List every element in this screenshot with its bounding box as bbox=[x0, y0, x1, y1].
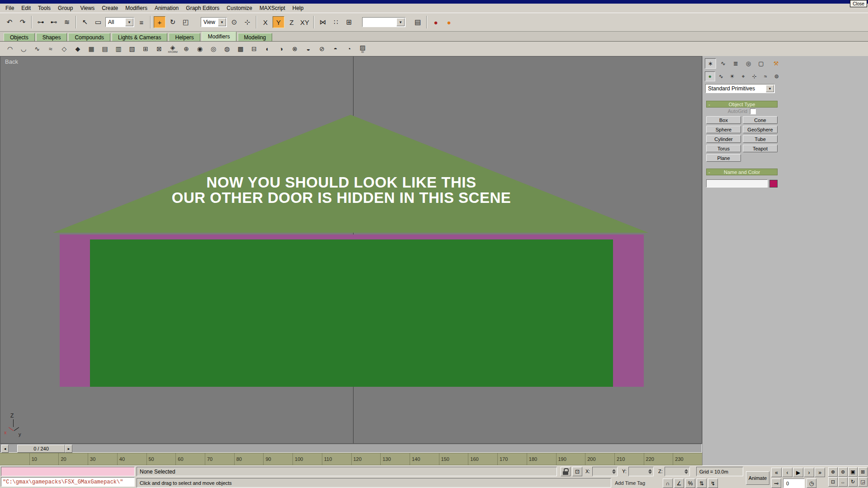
animate-button[interactable]: Animate bbox=[746, 471, 769, 485]
layer-manager-icon[interactable]: ▤ bbox=[412, 16, 424, 28]
modifier-button-17[interactable]: ◍ bbox=[221, 43, 233, 55]
menu-help[interactable]: Help bbox=[289, 4, 307, 12]
helpers-category-icon[interactable]: ⊹ bbox=[749, 71, 760, 81]
object-type-rollout-header[interactable]: - Object Type bbox=[706, 101, 778, 108]
modifier-button-1[interactable]: ◠ bbox=[4, 43, 16, 55]
previous-frame-button[interactable]: ‹ bbox=[782, 468, 793, 477]
zoom-extents-icon[interactable]: ▣ bbox=[848, 467, 858, 477]
tab-modifiers[interactable]: Modifiers bbox=[202, 32, 236, 41]
hierarchy-tab-icon[interactable]: ≣ bbox=[730, 58, 741, 69]
zoom-all-icon[interactable]: ⊛ bbox=[838, 467, 848, 477]
torus-button[interactable]: Torus bbox=[706, 145, 741, 152]
menu-views[interactable]: Views bbox=[76, 4, 98, 12]
menu-graph-editors[interactable]: Graph Editors bbox=[182, 4, 223, 12]
modifier-button-6[interactable]: ◆ bbox=[71, 43, 84, 55]
angle-snap-icon[interactable]: ∠ bbox=[674, 479, 684, 488]
select-and-scale-icon[interactable]: ◰ bbox=[180, 16, 192, 28]
name-color-rollout-header[interactable]: - Name and Color bbox=[706, 169, 778, 175]
door-object[interactable] bbox=[90, 239, 613, 387]
select-and-link-icon[interactable]: ⊶ bbox=[35, 16, 47, 28]
next-frame-button[interactable]: › bbox=[804, 468, 814, 477]
track-bar[interactable]: 1020304050607080901001101201301401501601… bbox=[0, 453, 702, 465]
render-scene-icon[interactable]: ● bbox=[430, 16, 442, 28]
tab-objects[interactable]: Objects bbox=[4, 33, 35, 41]
axis-constraint-xy[interactable]: XY bbox=[299, 16, 311, 28]
modifier-button-12[interactable]: ⊠ bbox=[153, 43, 165, 55]
zoom-icon[interactable]: ⊕ bbox=[828, 467, 838, 477]
dropdown-arrow-icon[interactable]: ▼ bbox=[125, 18, 133, 26]
modifier-button-13[interactable]: ◈XFORM bbox=[166, 43, 179, 55]
listener-input-field[interactable] bbox=[1, 467, 135, 476]
tube-button[interactable]: Tube bbox=[743, 135, 778, 143]
axis-constraint-z[interactable]: Z bbox=[286, 16, 297, 28]
tab-lights-cameras[interactable]: Lights & Cameras bbox=[112, 33, 167, 41]
modifier-button-18[interactable]: ▩ bbox=[234, 43, 247, 55]
selection-region-icon[interactable]: ▭ bbox=[92, 16, 104, 28]
time-slider-handle[interactable]: 0 / 240 bbox=[17, 445, 65, 453]
named-selection-dropdown[interactable]: ▼ bbox=[362, 17, 406, 27]
modifier-button-25[interactable]: ◓ bbox=[329, 43, 342, 55]
dropdown-arrow-icon[interactable]: ▼ bbox=[396, 18, 405, 26]
spacewarps-category-icon[interactable]: ≈ bbox=[760, 71, 771, 81]
unlink-selection-icon[interactable]: ⊷ bbox=[48, 16, 60, 28]
modifier-button-10[interactable]: ▧ bbox=[126, 43, 138, 55]
modifier-button-27[interactable]: ▨ID bbox=[356, 43, 369, 55]
zoom-extents-all-icon[interactable]: ⊞ bbox=[858, 467, 868, 477]
modifier-button-16[interactable]: ◎ bbox=[207, 43, 220, 55]
object-name-input[interactable] bbox=[706, 179, 768, 188]
percent-snap-icon[interactable]: % bbox=[685, 479, 695, 488]
time-slider-track[interactable]: ◂ 0 / 240 ▸ bbox=[0, 444, 702, 453]
go-to-start-button[interactable]: « bbox=[771, 468, 782, 477]
menu-animation[interactable]: Animation bbox=[151, 4, 182, 12]
x-coordinate-field[interactable] bbox=[592, 467, 618, 476]
object-color-swatch[interactable] bbox=[769, 180, 778, 188]
array-icon[interactable]: ∷ bbox=[330, 16, 342, 28]
zoom-region-icon[interactable]: ⊡ bbox=[828, 477, 838, 487]
modifier-button-19[interactable]: ⊟ bbox=[248, 43, 260, 55]
viewport-back[interactable]: NOW YOU SHOULD LOOK LIKE THIS OUR OTHER … bbox=[0, 56, 702, 444]
modifier-button-8[interactable]: ▤ bbox=[99, 43, 111, 55]
snaps-toggle-icon[interactable]: ∩ bbox=[663, 479, 673, 488]
geosphere-button[interactable]: GeoSphere bbox=[743, 126, 778, 133]
listener-output-field[interactable]: "C:\gmax\gamepacks\FSX_GMaxGamepack\" bbox=[1, 477, 135, 487]
tab-modeling[interactable]: Modeling bbox=[238, 33, 273, 41]
select-object-icon[interactable]: ↖ bbox=[79, 16, 91, 28]
modify-tab-icon[interactable]: ∿ bbox=[717, 58, 729, 69]
axis-constraint-x[interactable]: X bbox=[259, 16, 271, 28]
lights-category-icon[interactable]: ☀ bbox=[727, 71, 737, 81]
teapot-button[interactable]: Teapot bbox=[743, 145, 778, 152]
sphere-button[interactable]: Sphere bbox=[706, 126, 741, 133]
pan-icon[interactable]: ⇔ bbox=[838, 477, 848, 487]
spinner-snap-icon[interactable]: ⇅ bbox=[697, 479, 707, 488]
arc-rotate-icon[interactable]: ↻ bbox=[848, 477, 858, 487]
render-last-icon[interactable]: ● bbox=[443, 16, 455, 28]
shapes-category-icon[interactable]: ∿ bbox=[716, 71, 726, 81]
min-max-toggle-icon[interactable]: ◲ bbox=[858, 477, 868, 487]
modifier-button-23[interactable]: ◒ bbox=[302, 43, 315, 55]
time-slider-left-arrow[interactable]: ◂ bbox=[1, 445, 9, 453]
select-and-manipulate-icon[interactable]: ⊹ bbox=[241, 16, 253, 28]
utilities-tab-icon[interactable]: ⚒ bbox=[770, 58, 782, 69]
undo-icon[interactable]: ↶ bbox=[4, 16, 15, 28]
selection-filter-dropdown[interactable]: All▼ bbox=[105, 17, 134, 27]
redo-icon[interactable]: ↷ bbox=[17, 16, 28, 28]
dropdown-arrow-icon[interactable]: ▼ bbox=[766, 85, 774, 92]
modifier-button-22[interactable]: ⊗ bbox=[288, 43, 301, 55]
mirror-icon[interactable]: ⋈ bbox=[317, 16, 329, 28]
selection-lock-button[interactable] bbox=[561, 467, 571, 476]
modifier-button-5[interactable]: ◇ bbox=[58, 43, 71, 55]
axis-constraint-y[interactable]: Y bbox=[273, 16, 284, 28]
geometry-category-icon[interactable]: ● bbox=[705, 71, 715, 81]
modifier-button-26[interactable]: ◔ bbox=[343, 43, 355, 55]
display-tab-icon[interactable]: ▢ bbox=[755, 58, 767, 69]
cameras-category-icon[interactable]: ⌖ bbox=[738, 71, 749, 81]
dropdown-arrow-icon[interactable]: ▼ bbox=[218, 18, 226, 26]
primitives-category-dropdown[interactable]: Standard Primitives ▼ bbox=[705, 84, 775, 93]
key-mode-toggle-button[interactable]: ⊸ bbox=[771, 479, 781, 488]
cylinder-button[interactable]: Cylinder bbox=[706, 135, 741, 143]
modifier-button-15[interactable]: ◉ bbox=[193, 43, 206, 55]
modifier-button-7[interactable]: ▦ bbox=[85, 43, 98, 55]
menu-customize[interactable]: Customize bbox=[223, 4, 256, 12]
use-pivot-center-icon[interactable]: ⊙ bbox=[228, 16, 240, 28]
modifier-button-21[interactable]: ◑ bbox=[275, 43, 288, 55]
